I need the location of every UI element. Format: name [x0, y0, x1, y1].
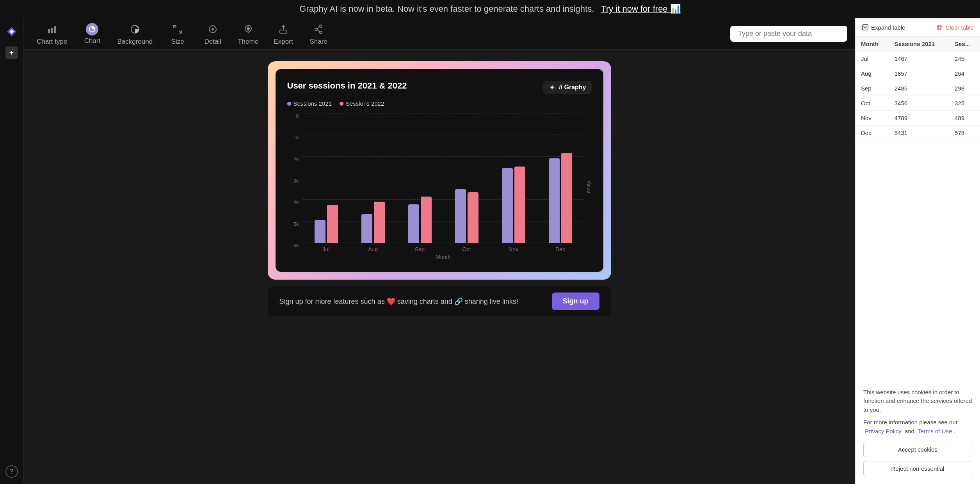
right-panel-header: Expand table Clear table [855, 18, 980, 37]
svg-rect-7 [280, 30, 287, 33]
y-label-6k: 6k [287, 243, 299, 248]
sessions-table: Month Sessions 2021 Ses... Jul1467245Aug… [855, 37, 980, 140]
background-label: Background [117, 38, 153, 46]
theme-label: Theme [238, 38, 258, 46]
bar-2022-jul [327, 205, 338, 243]
bar-2022-aug [374, 202, 385, 243]
toolbar-chart-type[interactable]: Chart type [31, 19, 73, 49]
export-label: Export [274, 38, 293, 46]
table-cell-2022: 245 [949, 51, 980, 66]
table-cell-2021: 5431 [889, 126, 949, 140]
expand-table-label: Expand table [871, 24, 905, 31]
clear-table-button[interactable]: Clear table [936, 24, 974, 31]
chart-plot: JulAugSepOctNovDec Month [303, 113, 584, 260]
size-label: Size [171, 38, 184, 46]
clear-table-label: Clear table [945, 24, 974, 31]
y-label-3k: 3k [287, 178, 299, 184]
bar-2022-oct [468, 192, 478, 243]
bar-group-nov [490, 113, 537, 243]
announcement-bar: Graphy AI is now in beta. Now it's even … [0, 0, 980, 18]
svg-point-10 [320, 31, 322, 34]
expand-table-button[interactable]: Expand table [862, 24, 905, 31]
bars-area [303, 113, 584, 243]
data-table: Month Sessions 2021 Ses... Jul1467245Aug… [855, 37, 980, 380]
legend-dot-2021 [287, 102, 291, 106]
svg-rect-2 [54, 26, 56, 33]
toolbar-size[interactable]: Size [162, 19, 193, 49]
bar-2021-sep [408, 204, 419, 243]
add-button[interactable]: + [5, 46, 18, 59]
table-cell-month: Jul [855, 51, 889, 66]
legend-item-2022: Sessions 2022 [340, 100, 384, 107]
x-label-dec: Dec [537, 246, 584, 252]
table-cell-2021: 3456 [889, 96, 949, 111]
svg-rect-0 [48, 29, 50, 33]
bar-2022-sep [421, 197, 432, 243]
bar-2021-oct [455, 189, 466, 243]
x-label-jul: Jul [303, 246, 350, 252]
reject-cookies-button[interactable]: Reject non-essential [863, 461, 972, 476]
detail-icon [206, 22, 220, 36]
toolbar-theme[interactable]: Theme [232, 19, 264, 49]
help-button[interactable]: ? [5, 465, 18, 478]
privacy-policy-link[interactable]: Privacy Policy [865, 428, 901, 434]
bar-2022-dec [561, 153, 572, 243]
table-cell-month: Sep [855, 81, 889, 96]
col-sessions-2021: Sessions 2021 [889, 37, 949, 51]
cookie-text: This website uses cookies in order to fu… [863, 388, 972, 415]
svg-rect-11 [863, 25, 868, 30]
cookie-buttons: Accept cookies Reject non-essential [863, 442, 972, 476]
table-cell-2022: 578 [949, 126, 980, 140]
theme-icon [241, 22, 255, 36]
bar-2021-nov [502, 168, 513, 243]
signup-button[interactable]: Sign up [552, 293, 599, 310]
y-label-0: 0 [287, 113, 299, 119]
legend-label-2021: Sessions 2021 [293, 100, 332, 107]
main-content: Chart type Chart [23, 18, 855, 484]
chart-label: Chart [84, 37, 101, 45]
chart-type-label: Chart type [37, 38, 67, 46]
table-row: Sep2485298 [855, 81, 980, 96]
chart-type-icon [45, 22, 59, 36]
toolbar-background[interactable]: Background [112, 19, 158, 49]
toolbar-detail[interactable]: Detail [197, 19, 228, 49]
graphy-logo-small [549, 84, 556, 91]
bar-group-jul [303, 113, 350, 243]
announcement-cta[interactable]: Try it now for free 📊 [601, 4, 680, 14]
expand-icon [862, 24, 869, 31]
svg-rect-1 [51, 28, 53, 33]
bar-2022-nov [514, 167, 525, 243]
detail-label: Detail [204, 38, 221, 46]
table-cell-month: Nov [855, 111, 889, 126]
type-paste-input[interactable] [730, 26, 847, 42]
size-icon [171, 22, 185, 36]
table-row: Dec5431578 [855, 126, 980, 140]
chart-body: 6k 5k 4k 3k 2k 1k 0 [287, 113, 592, 260]
x-label-aug: Aug [350, 246, 397, 252]
cookie-notice: This website uses cookies in order to fu… [855, 380, 980, 484]
table-row: Nov4789489 [855, 111, 980, 126]
right-panel: Expand table Clear table Month Sessions … [855, 18, 980, 484]
bar-group-dec [537, 113, 584, 243]
toolbar: Chart type Chart [23, 18, 855, 50]
bar-group-oct [443, 113, 490, 243]
table-cell-month: Dec [855, 126, 889, 140]
chart-icon [86, 23, 98, 35]
chart-header: User sessions in 2021 & 2022 // Graphy [287, 81, 592, 94]
chart-inner: User sessions in 2021 & 2022 // Graphy [276, 69, 603, 272]
toolbar-chart[interactable]: Chart [76, 20, 108, 48]
y-axis-title: Value [586, 180, 592, 193]
y-label-1k: 1k [287, 135, 299, 140]
table-row: Oct3456325 [855, 96, 980, 111]
canvas-area: User sessions in 2021 & 2022 // Graphy [23, 50, 855, 484]
legend-dot-2022 [340, 102, 343, 106]
accept-cookies-button[interactable]: Accept cookies [863, 442, 972, 457]
svg-point-8 [320, 25, 322, 27]
logo [5, 25, 19, 39]
y-label-4k: 4k [287, 199, 299, 205]
chart-legend: Sessions 2021 Sessions 2022 [287, 100, 592, 107]
toolbar-share[interactable]: Share [303, 19, 334, 49]
table-cell-2022: 325 [949, 96, 980, 111]
toolbar-export[interactable]: Export [268, 19, 299, 49]
terms-link[interactable]: Terms of Use [918, 428, 952, 434]
